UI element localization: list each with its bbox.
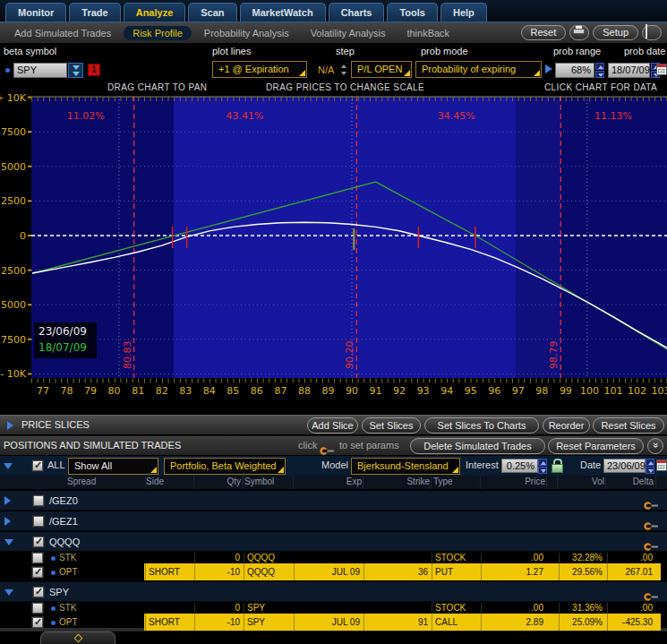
beta-weight-badge: 1	[88, 64, 100, 76]
trade-date-input[interactable]: 23/06/09	[603, 459, 646, 473]
column-header-exp[interactable]: Exp	[295, 477, 362, 486]
set-slices-button[interactable]: Set Slices	[362, 417, 421, 434]
column-header-side[interactable]: Side	[146, 477, 164, 486]
position-row-spy-stk[interactable]: STK0SPYSTOCK.0031.36%.00	[0, 603, 667, 614]
column-header-delta[interactable]: Delta	[607, 477, 654, 486]
prob-mode-dropdown[interactable]: Probability of expiring	[415, 61, 542, 78]
collapse-group-icon[interactable]	[4, 539, 13, 545]
pl-mode-dropdown[interactable]: P/L OPEN	[351, 61, 412, 78]
interest-label: Interest	[466, 459, 499, 470]
diamond-icon	[73, 634, 82, 643]
add-slice-button[interactable]: Add Slice	[307, 417, 358, 434]
group-row-gez1[interactable]: /GEZ1	[0, 511, 667, 531]
set-slices-to-charts-button[interactable]: Set Slices To Charts	[424, 417, 539, 434]
column-header-type[interactable]: Type	[433, 477, 453, 486]
tab-charts[interactable]: Charts	[329, 3, 385, 21]
column-header-spread[interactable]: Spread	[67, 477, 96, 486]
beta-symbol-dropdown-button[interactable]	[68, 63, 83, 78]
collapse-panel-button[interactable]: »	[647, 438, 663, 454]
tab-trade[interactable]: Trade	[69, 3, 120, 21]
print-button[interactable]	[569, 25, 589, 40]
group-checkbox[interactable]	[33, 516, 44, 527]
expand-group-icon[interactable]	[4, 517, 11, 526]
column-header-strike[interactable]: Strike	[365, 477, 430, 486]
group-checkbox[interactable]	[33, 495, 44, 506]
calendar-icon-2[interactable]	[656, 459, 667, 471]
show-filter-dropdown[interactable]: Show All	[68, 458, 158, 475]
prob-date-input[interactable]: 18/07/09	[608, 63, 650, 78]
step-label: step	[336, 46, 355, 56]
expand-price-slices-icon[interactable]	[7, 421, 13, 430]
group-checkbox[interactable]	[33, 587, 44, 597]
toolbar-item-volatility-analysis[interactable]: Volatility Analysis	[302, 26, 395, 40]
column-header-price[interactable]: Price	[483, 477, 545, 486]
cell-symbol: SPY	[244, 603, 293, 614]
group-symbol: QQQQ	[49, 532, 80, 552]
toolbar-item-add-simulated-trades[interactable]: Add Simulated Trades	[5, 26, 120, 40]
prob-range-stepper[interactable]	[595, 63, 604, 78]
reset-slices-button[interactable]: Reset Slices	[593, 417, 664, 434]
chart-svg[interactable]: 80.8390.2098.7911.02%43.41%34.45%11.13%+…	[0, 93, 667, 403]
collapse-group-icon[interactable]	[4, 589, 13, 596]
model-dropdown[interactable]: Bjerksund-Stensland	[351, 458, 460, 475]
group-row-gez0[interactable]: /GEZ0	[0, 491, 667, 511]
position-row-qqqq-opt[interactable]: OPTSHORT-10QQQQJUL 0936PUT1.2729.56%267.…	[0, 563, 667, 580]
expand-group-icon[interactable]	[4, 496, 11, 505]
toolbar-item-risk-profile[interactable]: Risk Profile	[124, 26, 192, 40]
y-axis: + 10K+ 7500+ 5000+ 25000- 2500- 5000- 75…	[0, 93, 31, 380]
toolbar-item-thinkback[interactable]: thinkBack	[398, 26, 458, 40]
interest-stepper[interactable]	[538, 459, 547, 473]
expand-arrow-icon[interactable]	[545, 64, 552, 73]
calendar-icon[interactable]	[656, 64, 667, 75]
column-header-vol[interactable]: Vol	[559, 477, 604, 486]
reorder-button[interactable]: Reorder	[543, 417, 590, 434]
prob-range-input[interactable]: 68%	[555, 63, 594, 78]
toolbar-item-probability-analysis[interactable]: Probability Analysis	[195, 26, 298, 40]
tab-scan[interactable]: Scan	[188, 3, 236, 21]
column-separator	[480, 476, 481, 489]
panel-handle[interactable]	[40, 631, 115, 644]
price-slices-bar: PRICE SLICES Add SliceSet SlicesSet Slic…	[0, 415, 667, 434]
all-checkbox[interactable]	[32, 460, 43, 471]
cell-delta: .00	[607, 553, 655, 563]
step-stepper[interactable]	[341, 64, 347, 75]
column-header-symbol[interactable]: Symbol	[244, 477, 274, 486]
collapse-all-icon[interactable]	[4, 463, 13, 469]
y-tick-label: - 10K	[0, 368, 26, 380]
window-button[interactable]	[642, 25, 662, 40]
row-checkbox[interactable]	[32, 567, 43, 578]
group-row-spy[interactable]: SPY	[0, 582, 667, 602]
tab-tools[interactable]: Tools	[387, 3, 438, 21]
y-tick-label: 0	[20, 230, 26, 242]
setup-button[interactable]: Setup	[593, 25, 638, 40]
tab-help[interactable]: Help	[440, 3, 487, 21]
trade-date-stepper[interactable]	[646, 459, 654, 473]
row-checkbox[interactable]	[32, 617, 43, 628]
grouping-dropdown[interactable]: Portfolio, Beta Weighted	[164, 458, 286, 475]
x-tick-label: 83	[179, 385, 192, 397]
group-checkbox[interactable]	[33, 537, 44, 547]
row-checkbox[interactable]	[32, 553, 43, 563]
tab-monitor[interactable]: Monitor	[5, 3, 66, 21]
group-row-qqqq[interactable]: QQQQ	[0, 532, 667, 552]
reset-parameters-button[interactable]: Reset Parameters	[548, 438, 644, 454]
beta-symbol-input[interactable]: SPY	[13, 63, 67, 78]
tab-marketwatch[interactable]: MarketWatch	[240, 3, 326, 21]
risk-profile-chart[interactable]: 80.8390.2098.7911.02%43.41%34.45%11.13%+…	[0, 93, 667, 403]
delete-simulated-trades-button[interactable]: Delete Simulated Trades	[410, 438, 545, 454]
lock-icon[interactable]	[552, 459, 561, 471]
column-header-qty[interactable]: Qty	[194, 477, 241, 486]
position-row-qqqq-stk[interactable]: STK0QQQQSTOCK.0032.28%.00	[0, 553, 667, 563]
plot-lines-dropdown[interactable]: +1 @ Expiration	[212, 61, 307, 78]
reset-button[interactable]: Reset	[521, 25, 567, 40]
x-tick-label: 80	[108, 385, 121, 397]
probability-label: 11.13%	[594, 110, 632, 122]
column-separator	[363, 476, 363, 489]
tab-analyze[interactable]: Analyze	[124, 3, 186, 21]
probability-label: 43.41%	[227, 110, 264, 122]
instrument-kind-label: OPT	[59, 614, 78, 631]
row-checkbox[interactable]	[32, 603, 43, 614]
interest-input[interactable]: 0.25%	[501, 459, 538, 473]
instrument-kind-label: STK	[59, 553, 76, 563]
cell-type: STOCK	[432, 603, 480, 614]
